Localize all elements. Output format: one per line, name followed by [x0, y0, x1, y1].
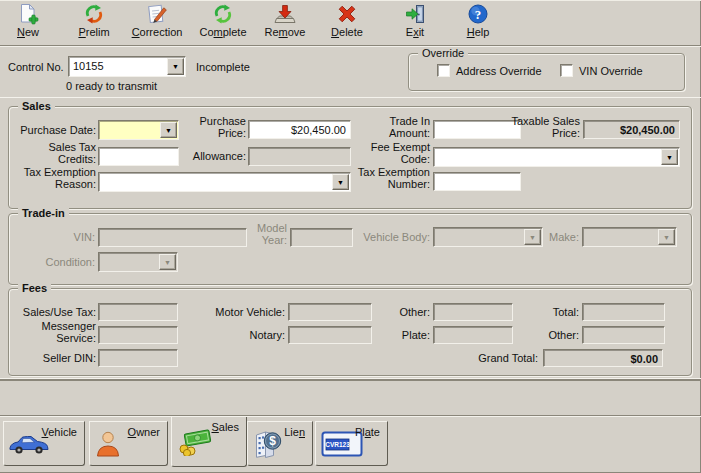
vin-override-checkbox[interactable]: [560, 64, 573, 77]
delete-x-icon: [336, 3, 358, 25]
sales-tax-credits-label: Sales Tax Credits:: [8, 141, 96, 165]
sales-use-tax-value: [99, 304, 177, 306]
fee-exempt-code-combobox[interactable]: ▼: [433, 147, 680, 167]
sales-use-tax-field: [98, 303, 178, 321]
help-button[interactable]: ? Help: [454, 3, 502, 44]
remove-tray-icon: [274, 3, 296, 25]
total-value: [583, 304, 664, 306]
new-document-icon: [17, 3, 39, 25]
dropdown-arrow-icon[interactable]: ▼: [661, 149, 678, 165]
other-fee-label: Other:: [388, 306, 430, 318]
vehicle-body-combobox-disabled: ▼: [433, 227, 543, 247]
address-override-checkbox[interactable]: [437, 64, 450, 77]
help-icon: ?: [467, 3, 489, 25]
grand-total-value: $0.00: [544, 350, 662, 366]
plate-fee-value: [434, 327, 512, 329]
purchase-price-value: $20,450.00: [249, 121, 350, 137]
grand-total-readonly: $0.00: [543, 349, 663, 367]
toolbar: New Prelim Correction: [0, 0, 701, 46]
purchase-price-input[interactable]: $20,450.00: [248, 120, 351, 139]
sales-tax-credits-value: [99, 148, 178, 150]
taxable-sales-price-readonly: $20,450.00: [583, 120, 680, 139]
other-fee-value: [434, 304, 512, 306]
tab-plate[interactable]: CVR123 Plate: [315, 421, 388, 466]
tab-sales[interactable]: Sales: [171, 417, 247, 467]
lien-building-icon: $: [253, 429, 283, 459]
vin-input-disabled: [98, 228, 247, 247]
allowance-label: Allowance:: [184, 150, 246, 162]
dropdown-arrow-icon[interactable]: ▼: [332, 174, 349, 190]
remove-button[interactable]: Remove: [258, 3, 312, 44]
vin-value: [99, 229, 246, 231]
notary-field: [288, 326, 372, 344]
model-year-input-disabled: [290, 228, 353, 247]
vin-override-label: VIN Override: [579, 65, 643, 78]
seller-din-value: [99, 350, 177, 352]
address-override-label: Address Override: [456, 65, 542, 78]
purchase-date-combobox[interactable]: ▼: [98, 120, 179, 140]
svg-text:?: ?: [475, 7, 482, 22]
allowance-value: [249, 148, 350, 150]
tab-vehicle[interactable]: Vehicle: [3, 421, 85, 466]
status-text: Incomplete: [196, 61, 250, 74]
control-no-label: Control No.: [8, 61, 64, 74]
trade-in-group-title: Trade-in: [18, 207, 69, 220]
dropdown-arrow-icon: ▼: [524, 229, 541, 245]
plate-fee-field: [433, 326, 513, 344]
trade-in-amount-label: Trade In Amount:: [368, 115, 430, 139]
tax-exemption-number-label: Tax Exemption Number:: [353, 166, 430, 190]
dropdown-arrow-icon: ▼: [159, 254, 176, 270]
seller-din-label: Seller DIN:: [8, 352, 96, 364]
sales-tax-credits-input[interactable]: [98, 147, 179, 166]
person-icon: [95, 430, 121, 458]
exit-button[interactable]: Exit: [390, 3, 440, 44]
tab-owner[interactable]: Owner: [89, 421, 168, 466]
model-year-label: Model Year:: [249, 222, 287, 246]
notary-label: Notary:: [198, 329, 285, 341]
control-no-combobox[interactable]: 10155 ▼: [68, 56, 186, 77]
dropdown-arrow-icon[interactable]: ▼: [167, 58, 184, 75]
fees-group-title: Fees: [18, 282, 51, 295]
correction-pencil-icon: [146, 3, 168, 25]
seller-din-field: [98, 349, 178, 367]
trade-in-groupbox: Trade-in: [8, 213, 692, 285]
cvr-sales-window: New Prelim Correction: [0, 0, 701, 473]
tab-lien[interactable]: $ Lien: [247, 421, 313, 466]
other-fee-2-value: [583, 327, 664, 329]
tax-exemption-number-input[interactable]: [433, 172, 521, 191]
delete-button[interactable]: Delete: [322, 3, 372, 44]
motor-vehicle-label: Motor Vehicle:: [198, 306, 285, 318]
motor-vehicle-value: [289, 304, 371, 306]
correction-button[interactable]: Correction: [122, 3, 192, 44]
make-combobox-disabled: ▼: [582, 227, 677, 247]
fee-exempt-code-value: [434, 148, 679, 150]
money-icon: [177, 428, 213, 456]
grand-total-label: Grand Total:: [428, 352, 538, 364]
sales-group-title: Sales: [18, 100, 55, 113]
tax-exemption-reason-label: Tax Exemption Reason:: [8, 166, 96, 190]
messenger-service-label: Messenger Service:: [8, 320, 96, 344]
tax-exemption-number-value: [434, 173, 520, 175]
override-group-title: Override: [418, 47, 468, 60]
fee-exempt-code-label: Fee Exempt Code:: [361, 141, 430, 165]
vin-label: VIN:: [8, 231, 95, 243]
condition-label: Condition:: [8, 256, 95, 268]
notary-value: [289, 327, 371, 329]
motor-vehicle-field: [288, 303, 372, 321]
svg-text:CVR123: CVR123: [325, 441, 350, 448]
new-button[interactable]: New: [4, 3, 52, 44]
dropdown-arrow-icon: ▼: [658, 229, 675, 245]
total-label: Total:: [533, 306, 579, 318]
messenger-service-field: [98, 326, 178, 344]
other-fee-2-label: Other:: [533, 329, 579, 341]
taxable-sales-price-label: Taxable Sales Price:: [508, 115, 580, 139]
prelim-button[interactable]: Prelim: [68, 3, 120, 44]
other-fee-field: [433, 303, 513, 321]
dropdown-arrow-icon[interactable]: ▼: [160, 122, 177, 138]
svg-text:$: $: [269, 434, 276, 448]
complete-button[interactable]: Complete: [190, 3, 256, 44]
messenger-service-value: [99, 327, 177, 329]
tax-exemption-reason-combobox[interactable]: ▼: [98, 172, 351, 192]
purchase-date-label: Purchase Date:: [8, 124, 96, 136]
other-fee-2-field: [582, 326, 665, 344]
